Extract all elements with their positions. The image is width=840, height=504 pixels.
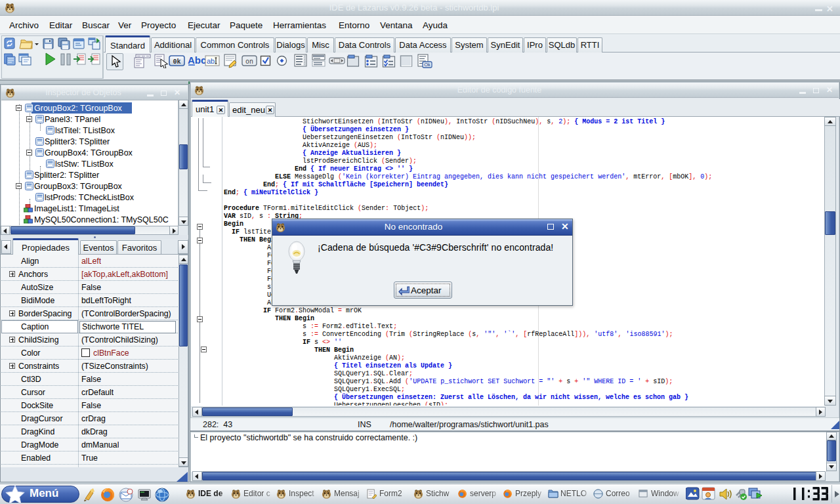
svg-text:Ok: Ok: [424, 62, 430, 68]
svg-text:0k: 0k: [173, 58, 180, 66]
svg-text:Abc: Abc: [188, 54, 206, 66]
svg-text:ab: ab: [207, 57, 215, 65]
svg-text:on: on: [245, 58, 253, 66]
